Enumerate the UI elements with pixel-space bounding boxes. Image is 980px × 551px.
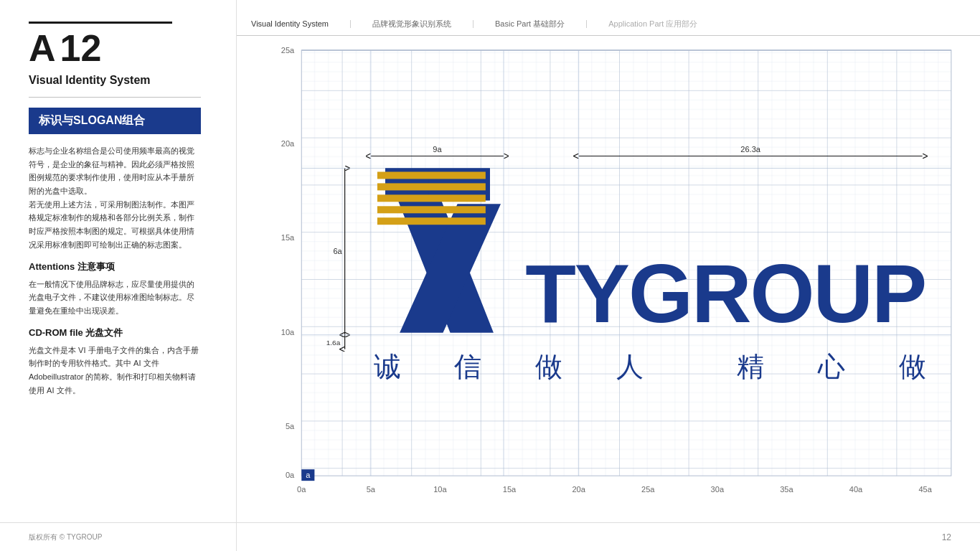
svg-text:25a: 25a bbox=[281, 46, 295, 55]
svg-text:20a: 20a bbox=[572, 485, 585, 494]
top-bar-decoration bbox=[29, 22, 172, 24]
svg-text:诚　信　做　人　　精　心　做　事: 诚 信 做 人 精 心 做 事 bbox=[374, 352, 966, 382]
diagram-area: 25a 20a 15a 10a 5a 0a 0a 5a 10a 15a 20a … bbox=[237, 36, 980, 522]
section-title: 标识与SLOGAN组合 bbox=[29, 108, 201, 134]
svg-rect-42 bbox=[377, 217, 486, 225]
page-letter: A bbox=[29, 29, 56, 67]
body-text-1: 标志与企业名称组合是公司使用频率最高的视觉符号，是企业的象征与精神。因此必须严格… bbox=[29, 144, 201, 252]
left-panel: A 12 Visual Identity System 标识与SLOGAN组合 … bbox=[0, 0, 237, 551]
svg-rect-41 bbox=[377, 206, 486, 213]
footer-page-number: 12 bbox=[942, 532, 951, 542]
footer-copyright: 版权所有 © TYGROUP bbox=[29, 532, 102, 542]
svg-text:0a: 0a bbox=[286, 471, 295, 479]
cdrom-text: 光盘文件是本 VI 手册电子文件的集合，内含手册制作时的专用软件格式。其中 AI… bbox=[29, 344, 201, 397]
cdrom-title: CD-ROM file 光盘文件 bbox=[29, 326, 215, 339]
svg-text:a: a bbox=[306, 471, 311, 479]
nav-item-application[interactable]: Application Part 应用部分 bbox=[586, 20, 719, 28]
page-subtitle: Visual Identity System bbox=[29, 74, 215, 87]
svg-text:30a: 30a bbox=[711, 485, 725, 494]
svg-text:26.3a: 26.3a bbox=[740, 145, 761, 154]
svg-text:35a: 35a bbox=[780, 485, 793, 494]
page-heading: A 12 bbox=[29, 29, 215, 67]
svg-text:40a: 40a bbox=[849, 485, 863, 494]
nav-item-vis[interactable]: Visual Identity System bbox=[237, 20, 350, 28]
attentions-title: Attentions 注意事项 bbox=[29, 260, 215, 273]
svg-rect-40 bbox=[377, 194, 486, 202]
footer: 版权所有 © TYGROUP 12 bbox=[0, 522, 980, 551]
svg-text:9a: 9a bbox=[433, 145, 442, 154]
svg-text:5a: 5a bbox=[367, 485, 376, 494]
grid-svg: 25a 20a 15a 10a 5a 0a 0a 5a 10a 15a 20a … bbox=[273, 43, 966, 515]
svg-text:0a: 0a bbox=[297, 485, 306, 494]
svg-rect-39 bbox=[377, 183, 486, 190]
svg-text:10a: 10a bbox=[433, 485, 447, 494]
svg-rect-38 bbox=[377, 171, 486, 179]
attentions-text: 在一般情况下使用品牌标志，应尽量使用提供的光盘电子文件，不建议使用标准图绘制标志… bbox=[29, 278, 201, 318]
divider bbox=[29, 97, 201, 98]
svg-text:TYGROUP: TYGROUP bbox=[525, 248, 925, 339]
top-nav: Visual Identity System 品牌视觉形象识别系统 Basic … bbox=[237, 0, 980, 36]
svg-text:20a: 20a bbox=[281, 139, 295, 148]
svg-text:25a: 25a bbox=[641, 485, 655, 494]
svg-text:1.6a: 1.6a bbox=[326, 339, 341, 347]
nav-item-basic[interactable]: Basic Part 基础部分 bbox=[473, 20, 586, 28]
svg-text:10a: 10a bbox=[281, 328, 295, 336]
page-number: 12 bbox=[60, 29, 102, 67]
svg-text:6a: 6a bbox=[333, 247, 342, 255]
svg-text:45a: 45a bbox=[918, 485, 932, 494]
svg-text:15a: 15a bbox=[281, 233, 295, 242]
svg-text:15a: 15a bbox=[503, 485, 517, 494]
nav-item-brand[interactable]: 品牌视觉形象识别系统 bbox=[350, 20, 473, 28]
svg-text:5a: 5a bbox=[286, 422, 295, 430]
